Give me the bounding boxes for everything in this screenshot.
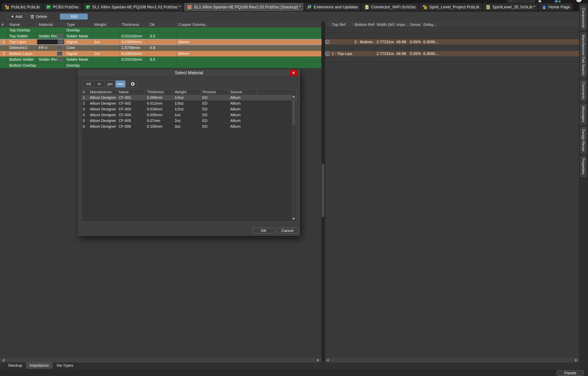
sidetab-messages[interactable]: Messages — [580, 103, 587, 125]
cell-weight — [92, 33, 120, 39]
add-label: Add — [15, 14, 22, 19]
material-row-cf001-selected[interactable]: 1 Altium Designer CF-001 0.009mm 1/4oz E… — [82, 95, 296, 100]
cell-copper — [177, 56, 321, 62]
sidetab-properties[interactable]: Properties — [580, 156, 587, 177]
cell-type: Signal — [64, 39, 92, 45]
scroll-down-arrow[interactable] — [292, 218, 295, 220]
run-button[interactable] — [507, 0, 518, 3]
cell-delay: 6.3095... — [421, 51, 579, 56]
impedance-row-bottom-layer[interactable]: ✓ 1 - Top Layer 2.77231mm 49.98 0.05% 6.… — [325, 51, 579, 56]
impedance-row-empty — [325, 45, 579, 51]
tab-extensions[interactable]: Extensions and Updates — [304, 3, 361, 11]
dialog-title-bar[interactable]: Select Material ✕ — [78, 70, 300, 76]
scroll-right-arrow[interactable] — [575, 359, 577, 362]
window-icon[interactable] — [538, 0, 541, 2]
panels-button[interactable]: Panels — [557, 370, 584, 376]
unit-mil-button[interactable]: mil — [83, 80, 94, 88]
cell-name: Top Layer — [7, 39, 37, 45]
material-row-cf002[interactable]: 2 Altium Designer CF-002 0.012mm 1/3oz E… — [82, 100, 296, 106]
settings-button[interactable] — [128, 80, 137, 88]
tab-spiritlevel-schlib[interactable]: SpiritLevel_2E.SchLib * — [483, 3, 538, 11]
cell-material — [37, 62, 64, 68]
col-enabled — [325, 22, 330, 27]
material-row-cf004[interactable]: 4 Altium Designer CF-004 0.035mm 1oz ED … — [82, 112, 296, 118]
tab-home-page[interactable]: Home Page — [539, 3, 573, 11]
vertical-scrollbar[interactable] — [321, 22, 325, 362]
tab-sl1-stackup[interactable]: SL1 Xilinx Spartan-IIE PQ208 Rev1.02.Pcb… — [184, 3, 304, 11]
sync-icon[interactable] — [555, 0, 558, 2]
stackup-hscrollbar[interactable] — [0, 358, 321, 362]
material-browse-button[interactable]: … — [57, 34, 63, 38]
tab-pcblib1[interactable]: PcbLib1.PcbLib — [1, 3, 42, 11]
scroll-left-arrow[interactable] — [2, 359, 4, 362]
vertical-scrollbar-thumb[interactable] — [322, 164, 324, 217]
row-bottom-overlay[interactable]: Bottom Overlay Overlay — [0, 62, 321, 68]
tab-via-types[interactable]: Via Types — [53, 362, 77, 369]
ok-button[interactable]: OK — [253, 228, 274, 233]
enabled-checkbox[interactable]: ✓ — [326, 52, 329, 55]
cell-material: Solder Resist… — [37, 56, 64, 62]
sidetab-design-reuse[interactable]: Design Reuse — [580, 127, 587, 154]
cell-num: 2 — [0, 51, 7, 56]
col-dk: Dk — [148, 22, 177, 27]
unit-in-button[interactable]: in — [94, 80, 105, 88]
material-browse-button[interactable]: … — [57, 45, 63, 50]
scroll-up-arrow[interactable] — [292, 96, 295, 98]
row-dielectric1[interactable]: Dielectric1 FR-4… Core 1.5748mm 4.8 — [0, 45, 321, 51]
tab-label: SL1 Xilinx Spartan-IIE PQ208 Rev1.02.Pcb… — [194, 5, 301, 10]
impedance-row-top-layer[interactable]: ✓ 2 - Bottom... 2.77231mm 49.98 0.05% 6.… — [325, 39, 579, 45]
scroll-left-arrow[interactable] — [326, 359, 329, 362]
material-row-cf005[interactable]: 5 Altium Designer CF-005 0.07mm 2oz ED A… — [82, 118, 296, 124]
unit-um-button[interactable]: µm — [105, 80, 116, 88]
row-top-solder[interactable]: Top Solder Solder Resist… Solder Mask 0.… — [0, 33, 321, 39]
material-browse-button[interactable]: … — [57, 51, 63, 56]
col-bottom-ref: Bottom Ref — [353, 22, 375, 27]
impedance-hscrollbar[interactable] — [325, 358, 579, 362]
material-row-cf006[interactable]: 6 Altium Designer CF-006 0.105mm 3oz ED … — [82, 124, 296, 129]
col-name: Name — [117, 89, 145, 95]
sidetab-comments[interactable]: Comments — [580, 79, 587, 102]
add-button[interactable]: + Add — [6, 14, 27, 20]
material-table-scrollbar[interactable] — [292, 95, 296, 221]
row-bottom-layer[interactable]: 2 Bottom Layer … Signal 1oz 0.03556mm Be… — [0, 51, 321, 56]
col-material: Material — [37, 22, 64, 27]
scrollbar-thumb[interactable] — [292, 99, 295, 125]
cell-delay: 6.3095... — [421, 39, 579, 45]
cell-copper — [177, 62, 321, 68]
tab-sl1-pcbdoc[interactable]: SL1 Xilinx Spartan-IIE PQ208 Rev1.02.Pcb… — [83, 3, 184, 11]
sidetab-manufacturer-part-search[interactable]: Manufacturer Part Search — [580, 32, 587, 78]
tab-impedance[interactable]: Impedance — [26, 362, 52, 369]
tab-connector-wifi[interactable]: Connector_WiFi.SchDoc — [361, 3, 419, 11]
cancel-button[interactable]: Cancel — [276, 228, 298, 233]
impedance-profile-button[interactable]: S50 — [60, 14, 88, 20]
material-browse-button[interactable]: … — [58, 40, 63, 44]
cell-material-editing[interactable]: … — [37, 39, 64, 45]
material-row-cf003[interactable]: 3 Altium Designer CF-003 0.018mm 1/2oz E… — [82, 106, 296, 112]
material-edit-box[interactable]: … — [37, 39, 64, 44]
delete-button[interactable]: Delete — [30, 14, 48, 20]
cell-name: Bottom Overlay — [7, 62, 37, 68]
tab-pcb3[interactable]: PCB3.PcbDoc — [43, 3, 82, 11]
cell-deviation: 0.05% — [408, 51, 421, 56]
tab-stackup[interactable]: Stackup — [4, 362, 26, 369]
top-toolbar-button[interactable] — [519, 0, 535, 3]
stackup-icon — [187, 5, 192, 10]
close-button[interactable]: ✕ — [289, 70, 298, 76]
sidetab-components[interactable]: Components — [580, 5, 587, 31]
col-process: Process — [200, 89, 228, 95]
material-browse-button[interactable]: … — [57, 57, 63, 62]
unit-mm-button[interactable]: mm — [115, 80, 126, 88]
enabled-checkbox[interactable]: ✓ — [326, 40, 329, 44]
row-top-overlay[interactable]: Top Overlay Overlay — [0, 27, 321, 33]
user-avatar[interactable] — [576, 0, 582, 2]
col-source: Source — [228, 89, 256, 95]
tab-label: Impedance — [30, 363, 49, 368]
plus-icon: + — [11, 14, 14, 19]
row-top-layer-selected[interactable]: 1 Top Layer … Signal 1oz 0.03556mm Above — [0, 39, 321, 45]
row-bottom-solder[interactable]: Bottom Solder Solder Resist… Solder Mask… — [0, 56, 321, 62]
cell-top-ref — [330, 39, 353, 45]
tab-spirit-level-pcblib[interactable]: Spirit_Level_Project.PcbLib — [420, 3, 482, 11]
scroll-right-arrow[interactable] — [317, 359, 319, 362]
cell-dk — [148, 51, 177, 56]
cell-num — [0, 62, 7, 68]
